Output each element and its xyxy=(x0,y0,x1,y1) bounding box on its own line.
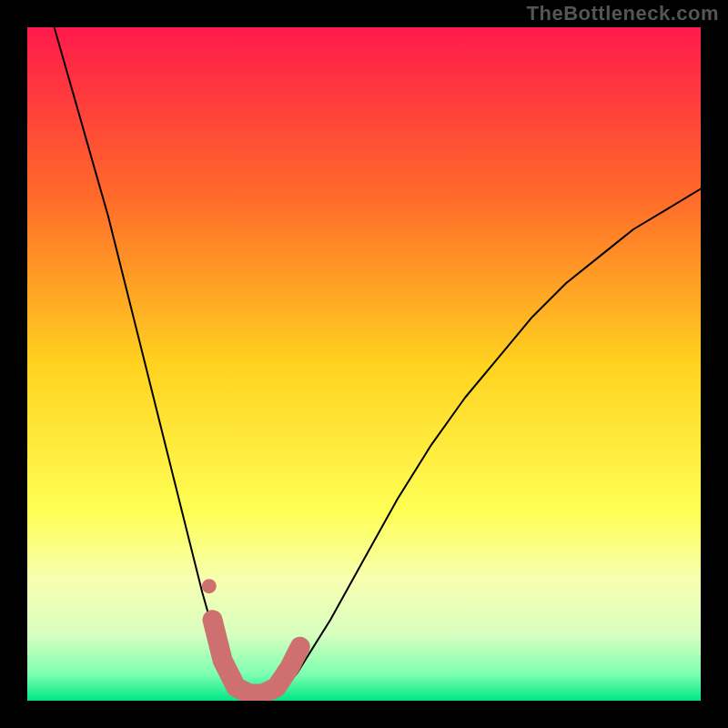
highlight-dot xyxy=(202,579,217,593)
chart-stage: TheBottleneck.com xyxy=(0,0,728,728)
chart-svg xyxy=(27,27,701,701)
gradient-background xyxy=(27,27,701,701)
plot-area xyxy=(27,27,701,701)
watermark-text: TheBottleneck.com xyxy=(527,2,719,25)
